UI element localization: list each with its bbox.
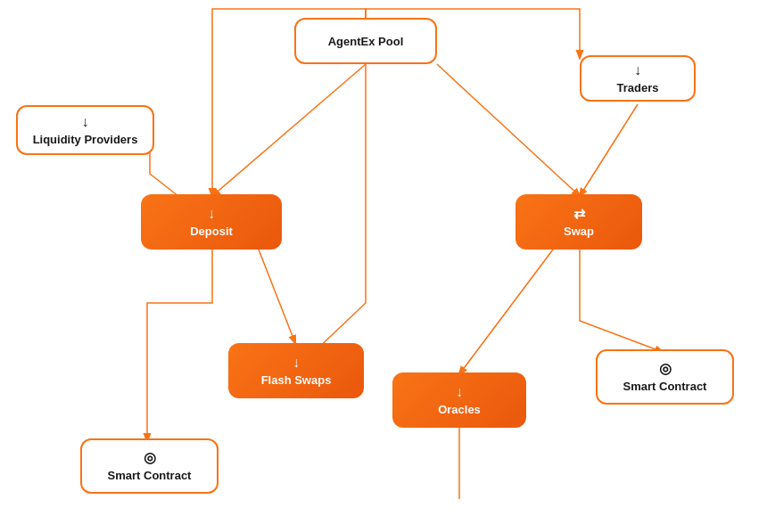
liquidity-icon: ↓ <box>82 115 89 129</box>
smart-contract-right-node: ◎ Smart Contract <box>596 349 734 405</box>
smart-contract-right-label: Smart Contract <box>623 380 707 393</box>
smart-contract-left-label: Smart Contract <box>108 469 192 482</box>
flash-swaps-label: Flash Swaps <box>261 373 332 387</box>
smart-contract-left-node: ◎ Smart Contract <box>80 438 219 494</box>
svg-line-3 <box>259 250 295 343</box>
swap-icon: ⇄ <box>573 207 585 221</box>
swap-label: Swap <box>564 225 594 238</box>
svg-line-2 <box>580 104 638 196</box>
deposit-label: Deposit <box>190 225 233 238</box>
deposit-node: ↓ Deposit <box>141 194 282 250</box>
oracles-icon: ↓ <box>456 385 463 399</box>
liquidity-providers-node: ↓ Liquidity Providers <box>16 105 154 155</box>
svg-line-1 <box>437 64 580 196</box>
smart-contract-right-icon: ◎ <box>659 362 672 376</box>
liquidity-label: Liquidity Providers <box>33 133 138 146</box>
flash-swaps-icon: ↓ <box>293 356 300 370</box>
swap-node: ⇄ Swap <box>515 194 642 250</box>
traders-node: ↓ Traders <box>580 55 696 102</box>
agentex-pool-label: AgentEx Pool <box>328 35 404 48</box>
diagram: AgentEx Pool ↓ Liquidity Providers ↓ Tra… <box>0 0 767 532</box>
oracles-label: Oracles <box>438 403 481 416</box>
smart-contract-left-icon: ◎ <box>144 451 156 465</box>
traders-label: Traders <box>617 81 659 94</box>
agentex-pool-node: AgentEx Pool <box>294 18 437 64</box>
svg-line-4 <box>459 250 553 374</box>
flash-swaps-node: ↓ Flash Swaps <box>228 343 364 398</box>
svg-line-0 <box>212 64 366 196</box>
deposit-icon: ↓ <box>208 207 215 221</box>
oracles-node: ↓ Oracles <box>392 372 526 428</box>
traders-icon: ↓ <box>634 63 641 78</box>
